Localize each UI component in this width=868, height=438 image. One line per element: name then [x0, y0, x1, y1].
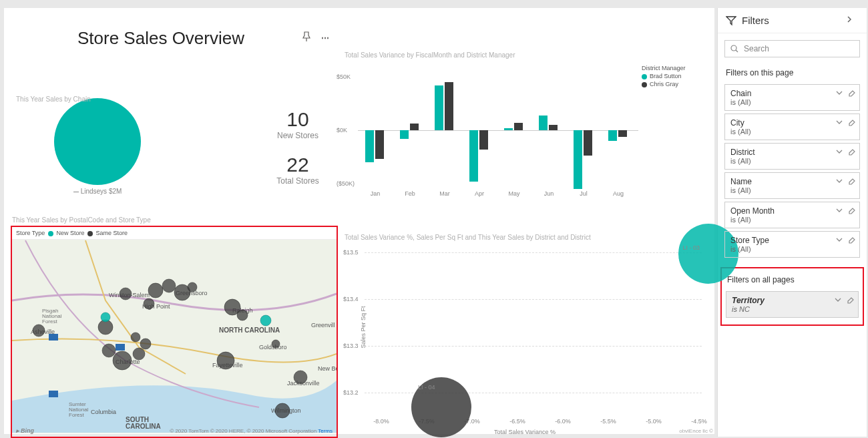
bar — [410, 124, 419, 130]
bar-chart-legend: District Manager Brad Sutton Chris Gray — [642, 65, 708, 87]
svg-point-33 — [188, 282, 197, 292]
bar — [574, 130, 582, 189]
svg-point-43 — [294, 371, 307, 384]
filter-search[interactable]: Search — [724, 40, 860, 57]
chevron-down-icon[interactable] — [834, 296, 842, 304]
collapse-pane-icon[interactable] — [845, 15, 859, 25]
total-stores-label: Total Stores — [264, 176, 331, 186]
page-filters-section: Filters on this page — [718, 64, 867, 81]
chevron-down-icon[interactable] — [835, 118, 843, 126]
svg-point-42 — [272, 340, 280, 348]
filters-header: Filters — [718, 8, 867, 33]
map-visual[interactable]: Store Type New Store Same Store PisgahNa… — [11, 226, 338, 438]
filter-card-name[interactable]: Nameis (All) — [724, 172, 860, 199]
bar — [445, 82, 453, 130]
new-stores-value: 10 — [264, 108, 331, 131]
svg-point-31 — [162, 279, 176, 292]
bar-chart-title: Total Sales Variance by FiscalMonth and … — [345, 51, 705, 59]
chevron-down-icon[interactable] — [835, 206, 843, 214]
eraser-icon[interactable] — [847, 177, 855, 185]
bar — [479, 130, 488, 150]
chevron-down-icon[interactable] — [835, 148, 843, 156]
all-pages-section: Filters on all pages — [722, 271, 863, 288]
scatter-plot: LI - 04 LI - 03 — [365, 247, 702, 414]
svg-text:Columbia: Columbia — [91, 409, 116, 415]
svg-text:Forest: Forest — [69, 412, 84, 418]
scatter-title: Total Sales Variance %, Sales Per Sq Ft … — [345, 234, 705, 241]
eraser-icon[interactable] — [846, 296, 854, 304]
more-options-icon[interactable]: ⋯ — [321, 33, 331, 43]
bar-chart-plot: JanFebMarAprMayJunJulAug — [358, 65, 638, 185]
chevron-down-icon[interactable] — [835, 89, 843, 97]
total-stores-value: 22 — [264, 154, 331, 176]
svg-text:Forest: Forest — [42, 318, 57, 324]
svg-point-29 — [144, 298, 154, 309]
svg-point-46 — [101, 312, 110, 322]
svg-point-47 — [731, 45, 736, 51]
filter-card-chain[interactable]: Chainis (All) — [724, 84, 860, 111]
eraser-icon[interactable] — [847, 236, 855, 244]
svg-point-34 — [102, 344, 116, 357]
bar — [584, 130, 592, 156]
svg-point-45 — [260, 315, 271, 326]
bar — [400, 130, 409, 139]
scatter-visual[interactable]: Total Sales Variance %, Sales Per Sq Ft … — [345, 234, 705, 438]
donut-legend: Lindseys $2M — [11, 188, 184, 195]
search-placeholder: Search — [744, 44, 769, 53]
bar — [618, 130, 627, 137]
svg-point-44 — [275, 403, 290, 418]
kpi-cards: 10 New Stores 22 Total Stores — [264, 108, 331, 199]
svg-rect-2 — [116, 344, 125, 351]
eraser-icon[interactable] — [847, 118, 855, 126]
donut-visual[interactable]: This Year Sales by Chain Lindseys $2M — [11, 98, 184, 195]
filter-card-district[interactable]: Districtis (All) — [724, 143, 860, 170]
bing-logo: ▸ Bing — [16, 427, 34, 434]
filters-pane: Filters Search Filters on this page Chai… — [717, 8, 867, 437]
svg-point-30 — [148, 283, 163, 298]
svg-rect-3 — [49, 391, 58, 397]
report-canvas: Store Sales Overview ⋯ This Year Sales b… — [4, 8, 714, 434]
report-title: Store Sales Overview — [77, 28, 244, 49]
svg-point-41 — [217, 352, 234, 369]
bar — [375, 130, 384, 159]
bar — [514, 123, 523, 130]
bar — [365, 130, 374, 162]
new-stores-label: New Stores — [264, 131, 331, 140]
svg-point-28 — [120, 288, 132, 300]
filter-icon — [726, 15, 736, 26]
all-pages-filters-highlight: Filters on all pages Territory is NC — [720, 267, 864, 326]
map-terms-link[interactable]: Terms — [318, 428, 333, 434]
svg-point-27 — [98, 320, 113, 335]
bar — [539, 116, 548, 130]
eraser-icon[interactable] — [847, 206, 855, 214]
bar — [608, 130, 617, 141]
svg-point-37 — [140, 339, 151, 349]
svg-point-36 — [133, 348, 145, 360]
bar — [469, 130, 478, 182]
eraser-icon[interactable] — [847, 89, 855, 97]
filter-card-open-month[interactable]: Open Monthis (All) — [724, 202, 860, 228]
chevron-down-icon[interactable] — [835, 177, 843, 185]
pin-icon[interactable] — [301, 31, 312, 44]
svg-point-38 — [131, 333, 140, 342]
eraser-icon[interactable] — [847, 148, 855, 156]
svg-point-40 — [237, 310, 248, 320]
map-copyright: © 2020 TomTom © 2020 HERE, © 2020 Micros… — [170, 428, 333, 434]
filter-card-store-type[interactable]: Store Typeis (All) — [724, 231, 860, 258]
map-legend: Store Type New Store Same Store — [12, 227, 337, 240]
map-canvas[interactable]: PisgahNationalForest Asheville Winston-S… — [12, 240, 337, 433]
map-title: This Year Sales by PostalCode and Store … — [12, 216, 151, 224]
svg-text:NORTH CAROLINA: NORTH CAROLINA — [219, 326, 280, 334]
bar — [549, 125, 558, 130]
filter-card-territory[interactable]: Territory is NC — [726, 291, 859, 318]
bar-chart-visual[interactable]: Total Sales Variance by FiscalMonth and … — [345, 51, 705, 205]
filter-card-city[interactable]: Cityis (All) — [724, 114, 860, 140]
svg-text:Greenvill: Greenvill — [311, 322, 335, 328]
chevron-down-icon[interactable] — [835, 236, 843, 244]
svg-point-26 — [33, 324, 45, 337]
donut-chart — [54, 98, 141, 185]
svg-text:CAROLINA: CAROLINA — [126, 423, 161, 430]
bar — [435, 85, 443, 130]
svg-point-35 — [113, 351, 132, 370]
search-icon — [730, 45, 738, 53]
